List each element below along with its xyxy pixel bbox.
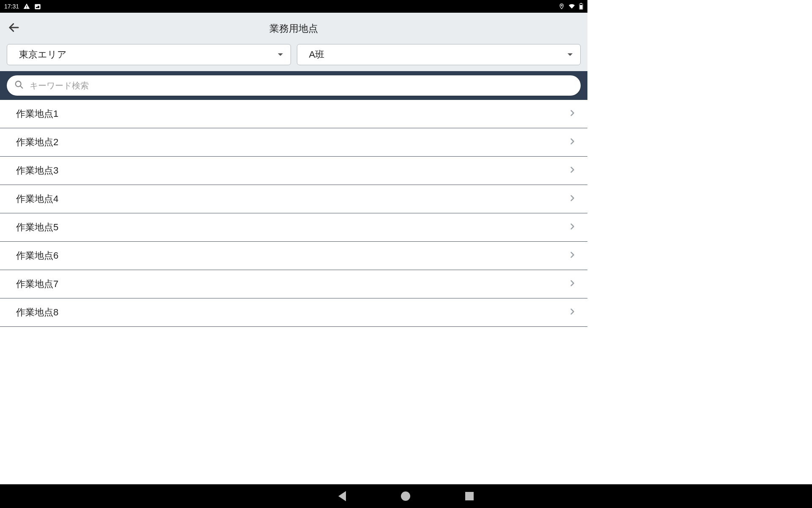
- back-button[interactable]: [8, 21, 20, 36]
- search-icon: [14, 80, 24, 91]
- wifi-icon: [568, 3, 576, 9]
- status-time: 17:31: [4, 3, 19, 10]
- list-item-label: 作業地点3: [16, 164, 58, 177]
- list-item-label: 作業地点1: [16, 108, 58, 120]
- chevron-right-icon: [568, 137, 576, 147]
- area-dropdown-label: 東京エリア: [19, 48, 67, 61]
- android-status-bar: 17:31: [0, 0, 587, 13]
- app-header: 業務用地点: [0, 13, 587, 44]
- group-dropdown[interactable]: A班: [297, 44, 581, 65]
- search-input[interactable]: [30, 81, 573, 91]
- svg-rect-1: [26, 8, 27, 8]
- calendar-icon: [34, 3, 41, 10]
- svg-rect-4: [36, 6, 37, 7]
- list-item-label: 作業地点8: [16, 306, 58, 319]
- caret-down-icon: [278, 53, 283, 56]
- list-item-label: 作業地点7: [16, 278, 58, 290]
- list-item[interactable]: 作業地点8: [0, 298, 587, 327]
- status-right: [559, 3, 583, 10]
- location-list: 作業地点1 作業地点2 作業地点3 作業地点4 作業地点5 作業地点6 作業地点…: [0, 100, 587, 327]
- list-item-label: 作業地点4: [16, 193, 58, 205]
- group-dropdown-label: A班: [309, 48, 325, 61]
- list-item[interactable]: 作業地点2: [0, 128, 587, 157]
- list-item-label: 作業地点6: [16, 249, 58, 262]
- list-item[interactable]: 作業地点6: [0, 242, 587, 270]
- chevron-right-icon: [568, 166, 576, 176]
- svg-rect-0: [26, 6, 27, 7]
- list-item-label: 作業地点2: [16, 136, 58, 149]
- svg-line-11: [20, 86, 23, 88]
- list-item-label: 作業地点5: [16, 221, 58, 234]
- list-item[interactable]: 作業地点3: [0, 157, 587, 185]
- search-band: [0, 71, 587, 100]
- chevron-right-icon: [568, 109, 576, 119]
- warning-icon: [23, 3, 30, 10]
- chevron-right-icon: [568, 307, 576, 318]
- filter-row: 東京エリア A班: [0, 44, 587, 71]
- search-box[interactable]: [7, 75, 581, 96]
- chevron-right-icon: [568, 194, 576, 204]
- area-dropdown[interactable]: 東京エリア: [7, 44, 291, 65]
- list-item[interactable]: 作業地点4: [0, 185, 587, 213]
- caret-down-icon: [568, 53, 573, 56]
- arrow-left-icon: [8, 21, 20, 34]
- location-icon: [559, 3, 565, 10]
- svg-rect-8: [580, 5, 582, 9]
- page-title: 業務用地点: [269, 22, 318, 35]
- list-item[interactable]: 作業地点7: [0, 270, 587, 298]
- list-item[interactable]: 作業地点1: [0, 100, 587, 128]
- list-item[interactable]: 作業地点5: [0, 213, 587, 242]
- chevron-right-icon: [568, 251, 576, 261]
- chevron-right-icon: [568, 222, 576, 232]
- svg-rect-7: [580, 3, 582, 4]
- status-left: 17:31: [4, 3, 41, 10]
- svg-point-5: [561, 5, 562, 6]
- chevron-right-icon: [568, 279, 576, 289]
- battery-icon: [579, 3, 583, 10]
